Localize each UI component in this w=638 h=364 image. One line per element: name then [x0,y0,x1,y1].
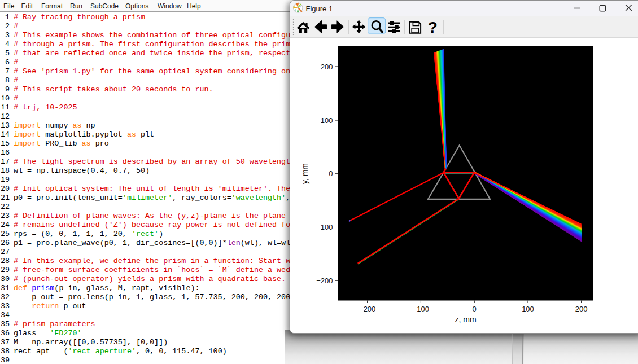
svg-text:z, mm: z, mm [455,315,476,324]
svg-text:200: 200 [575,305,588,313]
svg-text:0: 0 [329,169,333,178]
svg-text:−200: −200 [359,305,375,313]
svg-text:0: 0 [473,305,477,313]
svg-text:−100: −100 [316,223,333,231]
svg-text:100: 100 [522,305,534,313]
svg-text:100: 100 [321,116,333,125]
svg-text:y, mm: y, mm [300,163,309,184]
svg-text:?: ? [428,19,438,36]
svg-text:−200: −200 [316,277,333,285]
svg-text:200: 200 [321,63,333,71]
svg-text:−100: −100 [413,305,429,313]
